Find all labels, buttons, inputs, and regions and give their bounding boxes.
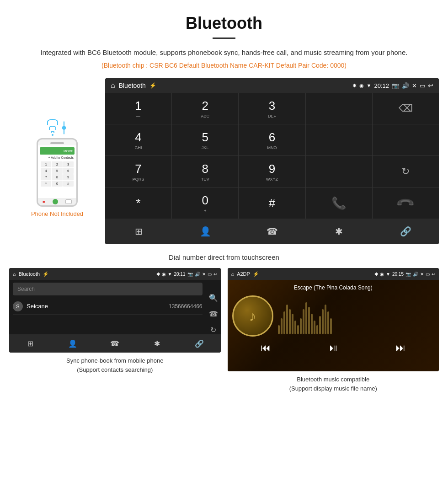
dial-backspace[interactable]: ⌫ [373,93,439,124]
arc-small [51,131,54,133]
pb-nav-link[interactable]: 🔗 [178,334,221,353]
viz-bar-1 [281,318,283,334]
pb-vol-icon: 🔊 [195,272,200,277]
phone-not-included-label: Phone Not Included [31,210,83,217]
dial-empty-3 [373,124,439,155]
status-right: ✱ ◉ ▼ 20:12 📷 🔊 ✕ ▭ ↩ [352,82,433,89]
music-play-btn[interactable]: ⏯ [328,342,338,354]
location-icon: ◉ [359,83,364,89]
dial-refresh[interactable]: ↻ [373,156,439,187]
pb-nav-phone[interactable]: ☎ [94,334,136,353]
music-next-btn[interactable]: ⏭ [395,342,405,354]
contact-name: Seicane [27,303,169,310]
music-signal-icon: ▼ [386,272,390,277]
key-0: 0 [52,181,62,187]
pb-nav-bluetooth[interactable]: ✱ [136,334,179,353]
dial-call-red[interactable]: 📞 [373,187,439,219]
dial-key-star[interactable]: * [105,187,171,219]
dial-key-5[interactable]: 5 JKL [172,124,238,155]
music-caption: Bluetooth music compatible(Support displ… [289,375,377,393]
phonebook-search-bar[interactable]: Search [13,283,203,295]
contact-initial: S [16,304,19,309]
window-icon[interactable]: ▭ [420,82,425,89]
key-hash: # [63,181,74,187]
pb-cam-icon: 📷 [187,272,193,277]
nav-link[interactable]: 🔗 [372,219,439,244]
dial-empty-2 [306,124,372,155]
title-underline [213,37,235,39]
music-main-area: ♪ [232,295,435,337]
dial-key-8[interactable]: 8 TUV [172,156,238,187]
nav-bluetooth[interactable]: ✱ [305,219,372,244]
volume-icon[interactable]: 🔊 [402,82,409,89]
dial-key-4[interactable]: 4 GHI [105,124,171,155]
viz-bar-17 [325,305,326,334]
page-title: Bluetooth [27,14,421,33]
key-8: 8 [52,174,62,180]
phone-keypad: 1 2 3 4 5 6 7 8 9 * 0 # [40,161,75,187]
dial-key-6[interactable]: 6 MNO [239,124,305,155]
dial-call-green[interactable]: 📞 [306,187,372,219]
music-usb-icon: ⚡ [253,271,259,277]
phonebook-panel: ⌂ Bluetooth ⚡ ✱ ◉ ▼ 20:11 📷 🔊 ✕ ▭ ↩ [9,268,221,393]
music-controls: ⏮ ⏯ ⏭ [232,337,435,358]
usb-icon: ⚡ [149,82,156,89]
dial-key-2[interactable]: 2 ABC [172,93,238,124]
music-prev-btn[interactable]: ⏮ [261,342,271,354]
dial-key-0[interactable]: 0 + [172,187,238,219]
music-vol-icon: 🔊 [413,272,418,277]
pb-call-icon[interactable]: ☎ [209,310,218,318]
dial-statusbar: ⌂ Bluetooth ⚡ ✱ ◉ ▼ 20:12 📷 🔊 ✕ ▭ ↩ [105,78,439,93]
dial-empty-1 [306,93,372,124]
music-panel: ⌂ A2DP ⚡ ✱ ◉ ▼ 20:15 📷 🔊 ✕ ▭ ↩ [228,268,439,393]
camera-icon[interactable]: 📷 [392,82,399,89]
dial-key-9[interactable]: 9 WXYZ [239,156,305,187]
nav-contacts[interactable]: 👤 [172,219,239,244]
phone-screen: MORE + Add to Contacts 1 2 3 4 5 6 7 8 9… [38,145,76,198]
music-statusbar: ⌂ A2DP ⚡ ✱ ◉ ▼ 20:15 📷 🔊 ✕ ▭ ↩ [228,268,439,280]
music-song-title: Escape (The Pina Colada Song) [294,284,373,291]
viz-bar-18 [327,311,329,334]
dial-key-3[interactable]: 3 DEF [239,93,305,124]
add-contacts-label: + Add to Contacts [40,155,75,160]
pb-time: 20:11 [174,272,185,277]
pb-nav-contacts[interactable]: 👤 [52,334,94,353]
pb-back-icon[interactable]: ↩ [213,272,217,277]
dial-caption: Dial number direct from touchscreen [0,249,448,268]
phone-call-btn [53,199,58,204]
music-back-icon[interactable]: ↩ [432,272,435,277]
header-section: Bluetooth Integrated with BC6 Bluetooth … [0,0,448,78]
pb-search-icon[interactable]: 🔍 [209,294,218,302]
viz-bar-11 [308,307,310,334]
close-icon[interactable]: ✕ [412,82,417,89]
arc-medium [49,126,56,130]
status-left: ⌂ Bluetooth ⚡ [111,81,156,90]
music-content: Escape (The Pina Colada Song) ♪ ⏮ ⏯ ⏭ [228,280,439,371]
viz-bar-3 [286,305,288,334]
key-2: 2 [52,161,62,167]
music-bt-icon: ✱ [374,272,378,277]
nav-phone[interactable]: ☎ [239,219,305,244]
viz-bar-14 [316,325,318,334]
phonebook-caption-text: Sync phone-book from mobile phone(Suppor… [66,357,163,373]
viz-bar-16 [322,309,324,334]
nav-keypad[interactable]: ⊞ [105,219,172,244]
home-icon[interactable]: ⌂ [111,81,115,90]
music-home-icon[interactable]: ⌂ [231,271,235,277]
dial-key-hash[interactable]: # [239,187,305,219]
back-icon[interactable]: ↩ [428,82,433,89]
phone-home-btn [65,199,72,204]
pb-signal-icon: ▼ [168,272,172,277]
viz-bar-9 [303,309,304,334]
pb-nav-keypad[interactable]: ⊞ [9,334,52,353]
pb-refresh-icon[interactable]: ↻ [210,326,216,334]
phonebook-bottom-nav: ⊞ 👤 ☎ ✱ 🔗 [9,334,221,353]
dial-key-1[interactable]: 1 — [105,93,171,124]
pb-bt-icon: ✱ [156,272,160,277]
dial-key-7[interactable]: 7 PQRS [105,156,171,187]
arc-dot [52,134,53,136]
music-time: 20:15 [392,272,404,277]
time-display: 20:12 [374,82,389,89]
key-1: 1 [41,161,51,167]
pb-home-icon[interactable]: ⌂ [13,271,16,277]
